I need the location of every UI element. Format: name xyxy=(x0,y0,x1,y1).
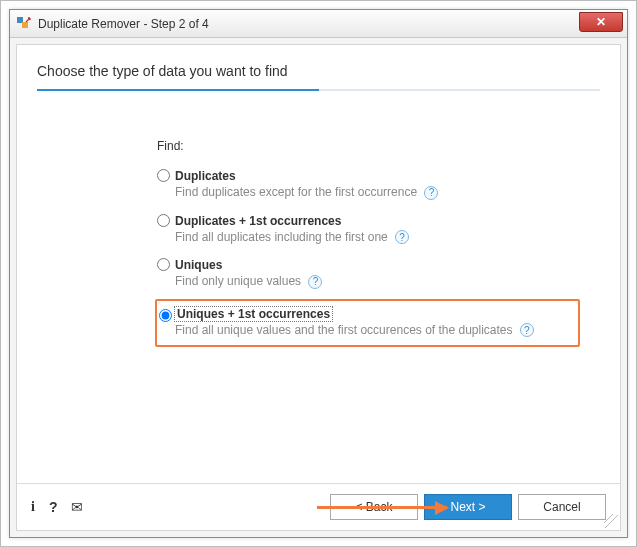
client-area: Choose the type of data you want to find… xyxy=(16,44,621,531)
option-desc: Find duplicates except for the first occ… xyxy=(175,185,580,200)
option-title: Uniques + 1st occurrences xyxy=(175,307,332,321)
info-icon[interactable]: i xyxy=(31,499,35,515)
titlebar[interactable]: Duplicate Remover - Step 2 of 4 ✕ xyxy=(10,10,627,38)
page-heading: Choose the type of data you want to find xyxy=(17,45,620,89)
options-panel: Find: Duplicates Find duplicates except … xyxy=(17,99,620,483)
annotation-arrow-next xyxy=(317,506,447,509)
help-icon[interactable]: ? xyxy=(395,230,409,244)
radio-uniques-first[interactable] xyxy=(159,309,172,322)
app-icon xyxy=(16,16,32,32)
option-uniques-first[interactable]: Uniques + 1st occurrences Find all uniqu… xyxy=(155,299,580,348)
resize-grip[interactable] xyxy=(604,514,618,528)
radio-duplicates-first[interactable] xyxy=(157,214,170,227)
cancel-button[interactable]: Cancel xyxy=(518,494,606,520)
find-label: Find: xyxy=(157,139,580,153)
option-title: Uniques xyxy=(175,258,222,272)
option-desc: Find only unique values ? xyxy=(175,274,580,289)
window-title: Duplicate Remover - Step 2 of 4 xyxy=(38,17,209,31)
option-title: Duplicates + 1st occurrences xyxy=(175,214,341,228)
help-icon[interactable]: ? xyxy=(520,323,534,337)
wizard-footer: i ? ✉ < Back Next > Cancel xyxy=(17,483,620,530)
option-desc: Find all unique values and the first occ… xyxy=(175,323,570,338)
help-icon[interactable]: ? xyxy=(424,186,438,200)
step-progress-track xyxy=(37,89,600,91)
option-uniques[interactable]: Uniques Find only unique values ? xyxy=(157,254,580,299)
footer-icon-group: i ? ✉ xyxy=(31,499,83,515)
help-icon[interactable]: ? xyxy=(49,499,58,515)
radio-duplicates[interactable] xyxy=(157,169,170,182)
option-duplicates-first[interactable]: Duplicates + 1st occurrences Find all du… xyxy=(157,210,580,255)
help-icon[interactable]: ? xyxy=(308,275,322,289)
close-icon: ✕ xyxy=(596,15,606,29)
screenshot-frame: Duplicate Remover - Step 2 of 4 ✕ Choose… xyxy=(0,0,637,547)
close-button[interactable]: ✕ xyxy=(579,12,623,32)
option-title: Duplicates xyxy=(175,169,236,183)
mail-icon[interactable]: ✉ xyxy=(71,499,83,515)
step-progress-fill xyxy=(37,89,319,91)
svg-rect-1 xyxy=(22,22,28,28)
option-duplicates[interactable]: Duplicates Find duplicates except for th… xyxy=(157,165,580,210)
wizard-window: Duplicate Remover - Step 2 of 4 ✕ Choose… xyxy=(9,9,628,538)
radio-uniques[interactable] xyxy=(157,258,170,271)
option-desc: Find all duplicates including the first … xyxy=(175,230,580,245)
